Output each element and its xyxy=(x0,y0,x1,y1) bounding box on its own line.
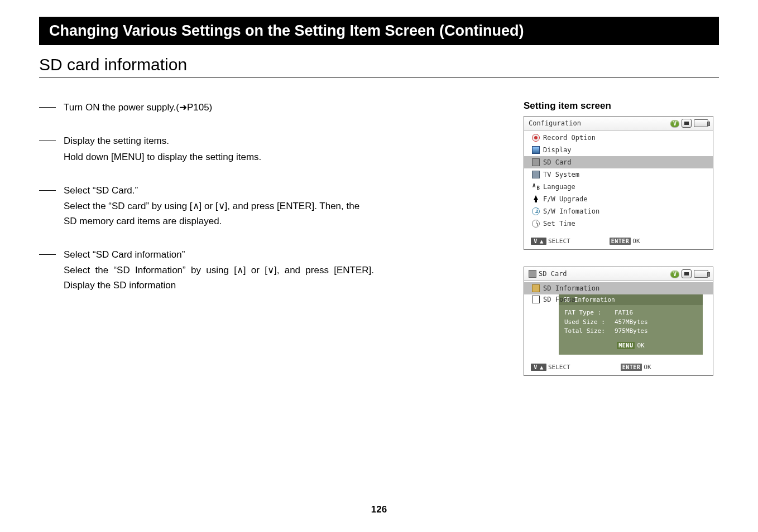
step-4: Select “SD Card information” Select the … xyxy=(64,248,374,293)
popup-button-row: MENUOK xyxy=(564,342,697,349)
step-1-text: Turn ON the power supply.(➜P105) xyxy=(64,100,374,115)
screen2-title: SD Card xyxy=(539,270,567,278)
step-2-title: Display the setting items. xyxy=(64,134,374,148)
screen1-title: Configuration xyxy=(529,119,581,127)
instructions-column: Turn ON the power supply.(➜P105) Display… xyxy=(39,100,374,393)
status-stop-icon xyxy=(682,119,692,128)
screen1-header: Configuration V xyxy=(524,117,713,130)
sd-format-icon xyxy=(532,296,540,303)
footer-ok-label: OK xyxy=(632,238,640,245)
used-size-value: 457MBytes xyxy=(615,318,648,327)
screen1-footer: V▲ SELECT ENTER OK xyxy=(524,233,713,249)
screen-caption: Setting item screen xyxy=(524,100,719,112)
menu-language[interactable]: Language xyxy=(524,181,713,193)
menu-label: Display xyxy=(543,145,572,155)
step-3-title: Select “SD Card.” xyxy=(64,183,374,198)
status-v-icon: V xyxy=(670,270,679,278)
total-size-value: 975MBytes xyxy=(615,327,648,336)
step-2-desc: Hold down [MENU] to display the setting … xyxy=(64,150,374,165)
step-1: Turn ON the power supply.(➜P105) xyxy=(64,100,374,115)
menu-tv-system[interactable]: TV System xyxy=(524,168,713,181)
menu-display[interactable]: Display xyxy=(524,144,713,156)
step-2: Display the setting items. Hold down [ME… xyxy=(64,134,374,165)
screen-configuration: Configuration V Record Option Display SD… xyxy=(524,116,713,250)
status-v-icon: V xyxy=(670,120,679,127)
upgrade-icon xyxy=(532,195,540,203)
used-size-label: Used Size : xyxy=(564,318,615,327)
sd-icon xyxy=(532,158,540,166)
clock-icon xyxy=(532,220,540,228)
menu-label: Set Time xyxy=(543,219,575,229)
total-size-label: Total Size: xyxy=(564,327,615,336)
menu-fw-upgrade[interactable]: F/W Upgrade xyxy=(524,193,713,205)
menu-sd-information[interactable]: SD Information xyxy=(524,282,713,294)
footer-select-label: SELECT xyxy=(548,364,570,371)
menu-label: TV System xyxy=(543,170,579,180)
menu-label: Record Option xyxy=(543,133,596,143)
step-3: Select “SD Card.” Select the “SD card” b… xyxy=(64,183,374,229)
record-icon xyxy=(532,134,540,142)
menu-key[interactable]: MENU xyxy=(617,342,635,349)
step-4-title: Select “SD Card information” xyxy=(64,248,374,262)
enter-key: ENTER xyxy=(621,364,642,371)
menu-label: F/W Upgrade xyxy=(543,194,587,204)
fat-type-value: FAT16 xyxy=(615,308,633,318)
language-icon xyxy=(532,183,540,191)
battery-icon xyxy=(694,119,708,127)
enter-key: ENTER xyxy=(610,238,631,245)
menu-label: SD Forma xyxy=(543,296,575,303)
menu-sw-info[interactable]: S/W Infomation xyxy=(524,205,713,217)
battery-icon xyxy=(694,270,708,278)
step-4-desc: Select the “SD Information” by using [∧]… xyxy=(64,263,374,293)
info-icon xyxy=(532,207,540,215)
nav-va-key: V▲ xyxy=(531,364,546,371)
screen-sd-card: SD Card V SD Information SD Forma xyxy=(524,267,713,376)
fat-type-label: FAT Type : xyxy=(564,308,615,318)
menu-label: SD Information xyxy=(543,283,599,293)
section-title: SD card information xyxy=(39,55,719,78)
display-icon xyxy=(532,146,540,154)
footer-select-label: SELECT xyxy=(548,238,570,245)
menu-sd-format[interactable]: SD Forma xyxy=(524,294,713,304)
screen1-body: Record Option Display SD Card TV System … xyxy=(524,130,713,230)
menu-sd-card[interactable]: SD Card xyxy=(524,156,713,168)
menu-label: S/W Infomation xyxy=(543,206,599,216)
menu-label: SD Card xyxy=(543,157,572,167)
menu-label: Language xyxy=(543,182,575,192)
page-number: 126 xyxy=(0,504,758,515)
menu-record-option[interactable]: Record Option xyxy=(524,132,713,144)
tv-icon xyxy=(532,171,540,178)
screen2-body: SD Information SD Forma SD Information F… xyxy=(524,281,713,355)
sd-info-icon xyxy=(532,284,540,292)
step-3-desc: Select the “SD card” by using [∧] or [∨]… xyxy=(64,199,374,229)
footer-ok-label: OK xyxy=(644,364,651,371)
screen2-footer: V▲ SELECT ENTER OK xyxy=(524,359,713,375)
sd-icon xyxy=(529,270,536,278)
menu-set-time[interactable]: Set Time xyxy=(524,217,713,230)
page-banner: Changing Various Settings on the Setting… xyxy=(39,17,719,45)
nav-va-key: V▲ xyxy=(531,238,546,245)
popup-ok-label: OK xyxy=(637,342,644,349)
status-stop-icon xyxy=(682,269,692,278)
screens-column: Setting item screen Configuration V Reco… xyxy=(524,100,719,393)
screen2-header: SD Card V xyxy=(524,267,713,281)
